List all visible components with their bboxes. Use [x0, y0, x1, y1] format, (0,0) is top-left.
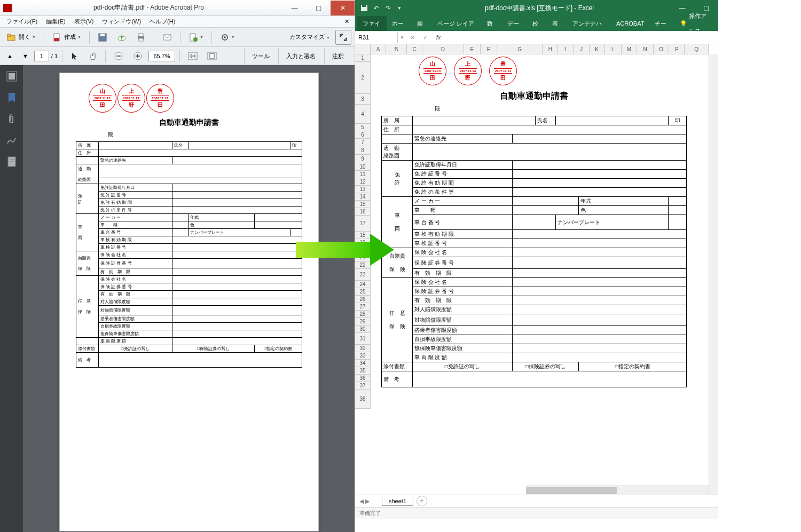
cloud-button[interactable]: [113, 30, 130, 45]
enter-formula-icon[interactable]: ✓: [419, 34, 432, 41]
minimize-button[interactable]: —: [282, 1, 307, 15]
add-sheet-button[interactable]: +: [417, 496, 427, 506]
thumbnails-icon[interactable]: [6, 70, 18, 82]
ribbon-tab-antenna[interactable]: アンテナハウス: [567, 16, 611, 31]
cloud-icon: [117, 33, 127, 42]
convert-button[interactable]: [185, 30, 207, 45]
tab-comment[interactable]: 注釈: [324, 49, 351, 63]
horizontal-scrollbar[interactable]: [526, 486, 709, 495]
ribbon-tab-view[interactable]: 表示: [547, 16, 567, 31]
expand-icon: [340, 34, 347, 41]
menubar-close-icon[interactable]: ✕: [341, 18, 352, 25]
form-title: 自動車通勤申請書: [76, 118, 302, 128]
signature-icon[interactable]: [6, 134, 18, 146]
tab-tools[interactable]: ツール: [244, 49, 277, 63]
ribbon-tab-review[interactable]: 校閲: [527, 16, 547, 31]
cancel-formula-icon[interactable]: ✕: [406, 34, 419, 41]
save-icon: [98, 33, 107, 42]
undo-icon[interactable]: ↶: [371, 3, 381, 13]
excel-window-title: pdf-doc申請書.xls [互換モード] - Excel: [409, 4, 670, 13]
redo-icon[interactable]: ↷: [383, 3, 392, 13]
maximize-button[interactable]: ▢: [307, 1, 331, 15]
fit-page-icon: [207, 52, 217, 60]
folder-open-icon: [7, 33, 17, 42]
ribbon-tab-home[interactable]: ホーム: [387, 16, 412, 31]
print-button[interactable]: [132, 30, 150, 45]
create-button[interactable]: 作成: [49, 30, 85, 45]
menu-view[interactable]: 表示(V): [70, 18, 98, 26]
xl-form-table: 所 属氏名印 住 所 緊急の連絡先 通 勤経路図 免許免許証取得年月日 免 許 …: [381, 116, 687, 387]
stamp-3: 豊2007.11.13田: [146, 84, 174, 113]
hand-tool-button[interactable]: [85, 49, 101, 63]
tab-nav-icons[interactable]: ◀ ▶: [359, 498, 370, 505]
status-bar: 準備完了: [355, 507, 718, 519]
bookmark-icon[interactable]: [6, 92, 18, 104]
page-total-label: / 1: [51, 53, 58, 59]
cursor-icon: [70, 52, 79, 60]
formula-input[interactable]: [445, 34, 718, 41]
close-button[interactable]: ✕: [331, 1, 355, 15]
excel-titlebar: ↶ ↷ ▼ pdf-doc申請書.xls [互換モード] - Excel — ▢: [355, 0, 718, 16]
ribbon-tab-team[interactable]: チーム: [649, 16, 674, 31]
stamp-1: 山2007.11.13田: [89, 84, 116, 113]
svg-rect-3: [54, 38, 59, 41]
fit-page-button[interactable]: [203, 49, 221, 63]
select-tool-button[interactable]: [67, 49, 83, 63]
ribbon-tab-file[interactable]: ファイル: [357, 16, 387, 31]
page-panel-icon[interactable]: [6, 156, 18, 168]
attachment-icon[interactable]: [6, 113, 18, 125]
menu-file[interactable]: ファイル(F): [2, 18, 42, 26]
print-icon: [136, 33, 146, 42]
settings-button[interactable]: [216, 30, 239, 45]
save-button[interactable]: [94, 30, 111, 45]
tell-me-button[interactable]: 💡操作アシス: [674, 16, 716, 31]
column-headers[interactable]: ABCDEFGHIJKLMNOPQ: [371, 44, 709, 54]
gear-icon: [220, 33, 230, 42]
svg-rect-29: [362, 5, 366, 7]
fit-width-button[interactable]: [184, 49, 201, 63]
ribbon-tab-formulas[interactable]: 数式: [482, 16, 502, 31]
select-all-corner[interactable]: [355, 44, 371, 54]
zoom-out-icon: [114, 51, 123, 61]
xl-form-title: 自動車通勤申請書: [381, 91, 687, 102]
email-button[interactable]: [159, 30, 176, 45]
fx-icon[interactable]: fx: [432, 34, 445, 41]
sheet-tab-1[interactable]: sheet1: [382, 497, 413, 506]
row-headers[interactable]: 1234567891011121314151617181920212223242…: [355, 54, 371, 409]
menu-window[interactable]: ウィンドウ(W): [98, 18, 145, 26]
open-button[interactable]: 開く: [3, 30, 40, 45]
save-icon[interactable]: [359, 3, 369, 13]
customize-button[interactable]: カスタマイズ: [289, 33, 330, 41]
xl-addressee: 殿: [435, 105, 687, 113]
name-box-input[interactable]: [355, 32, 398, 43]
grid-area[interactable]: 山2007.11.13田 上2007.11.13野 豊2007.11.13田 自…: [371, 54, 709, 519]
xl-stamp-2: 上2007.11.13野: [454, 57, 482, 85]
acrobat-toolbar-main: 開く 作成 カスタマイズ: [0, 28, 355, 47]
tab-fill-sign[interactable]: 入力と署名: [278, 49, 323, 63]
addressee: 殿: [108, 131, 302, 138]
page-up-button[interactable]: ▲: [3, 49, 17, 63]
menu-help[interactable]: ヘルプ(H): [145, 18, 179, 26]
zoom-in-button[interactable]: [129, 49, 146, 63]
ribbon-tab-layout[interactable]: ページ レイアウト: [432, 16, 482, 31]
xl-stamp-1: 山2007.11.13田: [419, 57, 446, 85]
email-icon: [162, 33, 172, 42]
document-viewport[interactable]: 山2007.11.13田 上2007.11.13野 豊2007.11.13田 自…: [23, 65, 355, 532]
sheet-tab-bar: ◀ ▶ sheet1 +: [355, 495, 718, 507]
zoom-out-button[interactable]: [110, 49, 127, 63]
svg-rect-22: [210, 53, 214, 59]
expand-button[interactable]: [335, 30, 351, 45]
vertical-scrollbar[interactable]: [709, 54, 718, 495]
page-down-button[interactable]: ▼: [19, 49, 32, 63]
menu-edit[interactable]: 編集(E): [42, 18, 70, 26]
ribbon-tab-data[interactable]: データ: [502, 16, 527, 31]
qat-dropdown-icon[interactable]: ▼: [395, 3, 404, 13]
ribbon-tab-insert[interactable]: 挿入: [412, 16, 432, 31]
fit-width-icon: [188, 52, 198, 60]
svg-point-14: [224, 36, 226, 38]
svg-rect-1: [7, 34, 11, 36]
zoom-level-input[interactable]: [148, 51, 175, 61]
ribbon-tab-acrobat[interactable]: ACROBAT: [611, 16, 649, 31]
convert-icon: [189, 33, 198, 42]
page-number-input[interactable]: [34, 51, 49, 61]
